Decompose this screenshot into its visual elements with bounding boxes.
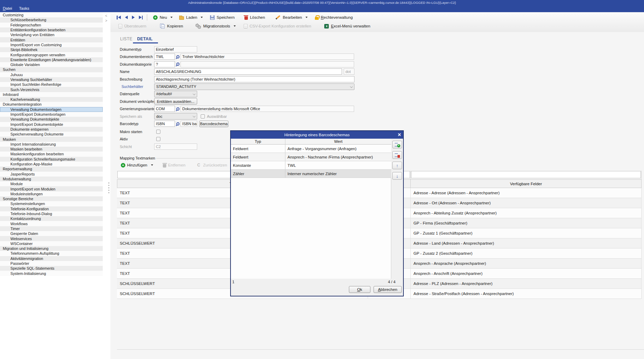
last-record-icon[interactable]: [139, 16, 143, 19]
bearbeiten-button[interactable]: Bearbeiten: [272, 13, 305, 22]
entfernen-button[interactable]: Entfernen: [159, 163, 189, 168]
sidebar-item[interactable]: Speicherverwaltung Dokumente: [0, 132, 103, 137]
sidebar-item[interactable]: WSContainer: [0, 241, 103, 246]
sidebar-item[interactable]: Migration und Initialisierung: [0, 246, 103, 251]
search-icon[interactable]: [176, 55, 179, 58]
sidebar-item[interactable]: Aktivitätenmigration: [0, 256, 103, 261]
makro-starten-checkbox[interactable]: [156, 130, 160, 134]
sidebar-item[interactable]: Such-Verzeichnis: [0, 87, 103, 92]
tab-detail[interactable]: DETAIL: [137, 36, 153, 41]
menu-tasks[interactable]: Tasks: [19, 6, 29, 10]
sidebar-item[interactable]: Dokumente entsperren: [0, 127, 103, 132]
sidebar-item[interactable]: Workflows: [0, 221, 103, 226]
sidebar-item[interactable]: Spezielle SQL-Statements: [0, 266, 103, 271]
dialog-titlebar[interactable]: Hinterlegung eines Barcodeschemas ×: [231, 131, 403, 139]
sidebar-item[interactable]: System-Initialisierung: [0, 271, 103, 276]
sidebar-item[interactable]: Module: [0, 181, 103, 186]
neu-button[interactable]: + Neu: [150, 13, 170, 22]
sidebar-item[interactable]: Masken bearbeiten: [0, 147, 103, 152]
sidebar-item[interactable]: Telefonie-Konfiguration: [0, 206, 103, 211]
close-icon[interactable]: ×: [398, 131, 401, 139]
datenquelle-dropdown[interactable]: #default#: [154, 91, 197, 97]
sidebar-item[interactable]: Suchen: [0, 67, 103, 72]
sidebar-item[interactable]: Import Suchfelder-Reihenfolge: [0, 82, 103, 87]
first-record-icon[interactable]: [117, 16, 121, 19]
sidebar-item[interactable]: Systemeinstellungen: [0, 201, 103, 206]
sidebar-item[interactable]: Juhuuu: [0, 72, 103, 77]
delete-row-button[interactable]: [392, 151, 402, 159]
loeschen-button[interactable]: Löschen: [241, 13, 268, 22]
sidebar-item[interactable]: Schlüsselbearbeitung: [0, 17, 103, 22]
column-header-wert[interactable]: Wert: [285, 139, 391, 144]
sidebar-item[interactable]: Telefonnummern-Aufsplittung: [0, 251, 103, 256]
aktiv-checkbox[interactable]: [156, 137, 160, 141]
auswaehlbar-checkbox[interactable]: [201, 114, 205, 119]
splitter-grip-icon[interactable]: [108, 182, 109, 193]
column-header-verfuegbare-felder[interactable]: Verfügbare Felder: [411, 179, 642, 188]
ok-button[interactable]: Ok: [349, 286, 370, 293]
sidebar-item[interactable]: Masken: [0, 137, 103, 141]
menu-datei[interactable]: Datei: [3, 6, 12, 10]
search-icon[interactable]: [176, 122, 179, 125]
csv-export-button[interactable]: CSV-Export Konfiguration erstellen: [241, 22, 315, 30]
dialog-table-row[interactable]: Feldwert Anfrage - Vorgangsnummer (Anfra…: [231, 145, 391, 153]
expand-right-icon[interactable]: >: [105, 19, 107, 23]
zuruecksetzen-button[interactable]: C Zurücksetzen: [194, 163, 231, 167]
sidebar-item[interactable]: Skript-Bibliothek: [0, 47, 103, 52]
sidebar-item[interactable]: Modulverwaltung: [0, 177, 103, 181]
sidebar-item[interactable]: Customizing: [0, 13, 103, 17]
sidebar-item[interactable]: Verknüpfung von Entitäten: [0, 32, 103, 37]
name-input[interactable]: ABSCHLAGSRECHNUNG: [154, 68, 342, 75]
entitaeten-auswaehlen-button[interactable]: Entitäten auswählen...: [154, 98, 197, 105]
sidebar-item[interactable]: Globale Variablen: [0, 62, 103, 67]
sidebar-item[interactable]: Moduleinstellungen: [0, 191, 103, 196]
sidebar-item[interactable]: Telefonie-Inbound-Dialog: [0, 211, 103, 216]
sidebar-item[interactable]: Import/Export Dokumentvorlagen: [0, 112, 103, 117]
sidebar-item[interactable]: Infoboard: [0, 92, 103, 97]
sidebar-item[interactable]: Verwaltung Dokumentvorlagen: [0, 107, 103, 112]
sidebar-item[interactable]: Dokumentenintegration: [0, 102, 103, 107]
suchbehaelter-dropdown[interactable]: STANDARD_ACTIVITY: [154, 83, 354, 90]
beschreibung-input[interactable]: Abschlagsrechnung (Troher Weihnachtslich…: [154, 76, 354, 82]
search-icon[interactable]: [176, 63, 179, 66]
search-icon[interactable]: [176, 107, 179, 111]
filter-verfuegbare-felder-input[interactable]: [411, 171, 641, 178]
add-row-button[interactable]: +: [392, 141, 402, 148]
neu-dropdown-icon[interactable]: [170, 17, 173, 18]
sidebar-item[interactable]: Maskenkonfiguration bearbeiten: [0, 152, 103, 156]
sidebar-item[interactable]: Passwörter: [0, 261, 103, 266]
sidebar-splitter[interactable]: < >: [103, 13, 110, 359]
sidebar-item[interactable]: Feldeigenschaften: [0, 23, 103, 27]
bearbeiten-dropdown-icon[interactable]: [306, 17, 308, 18]
migrationstools-dropdown-icon[interactable]: [234, 25, 236, 27]
next-record-icon[interactable]: [132, 16, 135, 19]
laden-button[interactable]: Laden: [176, 13, 200, 22]
speichern-als-dropdown[interactable]: doc: [154, 113, 197, 120]
sidebar-item[interactable]: Timer: [0, 226, 103, 231]
previous-record-icon[interactable]: [125, 16, 128, 19]
sidebar-item[interactable]: Webservices: [0, 236, 103, 241]
sidebar-item[interactable]: Kachelverwaltung: [0, 97, 103, 102]
sidebar-item[interactable]: Import Internationalisierung: [0, 142, 103, 147]
dialog-table-row[interactable]: Zähler Interner numerischer Zähler: [231, 170, 391, 178]
sidebar-item[interactable]: Konfiguration App-Maske: [0, 162, 103, 166]
dokumentkategorie-code-input[interactable]: ?: [154, 61, 175, 67]
sidebar-item[interactable]: Entitäten: [0, 37, 103, 42]
migrationstools-button[interactable]: Migrationstools: [192, 22, 233, 30]
sidebar-item[interactable]: Verwaltung Dokumentobjekte: [0, 117, 103, 122]
sidebar-item[interactable]: Gesperrte Daten: [0, 231, 103, 236]
sidebar-item[interactable]: Konfigurationsgruppen verwalten: [0, 52, 103, 57]
dokumentenbereich-code-input[interactable]: TWL: [154, 54, 175, 60]
column-header-typ[interactable]: Typ: [231, 139, 285, 144]
sidebar-item[interactable]: Entitätenkonfiguration bearbeiten: [0, 27, 103, 32]
barcodeschema-button[interactable]: Barcodeschema: [199, 121, 228, 127]
sidebar-item[interactable]: Import/Export von Modulen: [0, 186, 103, 191]
sidebar-item[interactable]: Reportverwaltung: [0, 166, 103, 171]
kopieren-button[interactable]: Kopieren: [157, 22, 186, 30]
rechteverwaltung-button[interactable]: Rechteverwaltung: [312, 13, 356, 22]
sidebar-item[interactable]: Verwaltung Suchbehälter: [0, 77, 103, 82]
sidebar-item[interactable]: Kontaktzuordnung: [0, 216, 103, 221]
sidebar-item[interactable]: Erweiterte Einstellungen (Anwendungsvari…: [0, 57, 103, 62]
cancel-button[interactable]: Abbrechen: [374, 286, 402, 293]
sidebar-item[interactable]: Sonstige Bereiche: [0, 196, 103, 201]
